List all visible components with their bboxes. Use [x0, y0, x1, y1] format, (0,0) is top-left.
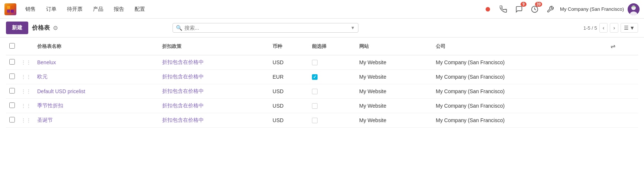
row-name[interactable]: Default USD pricelist	[34, 84, 159, 99]
drag-dots-icon: ⋮⋮	[21, 117, 31, 123]
nav-item-sales[interactable]: 销售	[21, 4, 40, 15]
settings-icon-btn[interactable]	[544, 3, 556, 15]
row-currency: USD	[270, 84, 309, 99]
row-checkbox[interactable]	[9, 102, 15, 108]
row-checkbox[interactable]	[9, 59, 15, 65]
svg-point-4	[486, 7, 490, 12]
row-currency: EUR	[270, 70, 309, 84]
view-toggle-arrow: ▼	[629, 25, 635, 31]
record-icon-btn[interactable]	[482, 3, 494, 15]
table-body: ⋮⋮Benelux折扣包含在价格中USDMy WebsiteMy Company…	[6, 55, 638, 128]
row-checkbox-cell[interactable]	[6, 70, 18, 84]
row-selectable[interactable]	[309, 84, 356, 99]
row-checkbox[interactable]	[9, 117, 15, 122]
row-checkbox[interactable]	[9, 74, 15, 79]
row-company: My Company (San Francisco)	[433, 55, 606, 70]
search-dropdown-icon[interactable]: ▼	[351, 25, 355, 30]
user-avatar[interactable]	[628, 3, 640, 15]
selectable-empty-box[interactable]	[312, 118, 318, 123]
row-company: My Company (San Francisco)	[433, 84, 606, 99]
discount-policy-link[interactable]: 折扣包含在价格中	[162, 74, 204, 79]
table-row: ⋮⋮欧元折扣包含在价格中EURMy WebsiteMy Company (San…	[6, 70, 638, 84]
row-selectable[interactable]	[309, 55, 356, 70]
svg-rect-3	[11, 10, 14, 13]
header-website: 网站	[356, 37, 433, 55]
discount-policy-link[interactable]: 折扣包含在价格中	[162, 59, 204, 65]
logo[interactable]	[4, 3, 18, 15]
table-header-row: 价格表名称 折扣政策 币种 能选择 网站 公司 ⇌	[6, 37, 638, 55]
nav-item-products[interactable]: 产品	[88, 4, 108, 15]
search-input[interactable]	[184, 25, 351, 31]
selectable-empty-box[interactable]	[312, 89, 318, 94]
drag-dots-icon: ⋮⋮	[21, 74, 31, 80]
view-toggle-button[interactable]: ☰ ▼	[621, 23, 638, 33]
row-name[interactable]: Benelux	[34, 55, 159, 70]
settings-gear-icon[interactable]: ⚙	[53, 24, 58, 32]
nav-item-config[interactable]: 配置	[130, 4, 149, 15]
row-discount: 折扣包含在价格中	[159, 55, 270, 70]
header-col-adjust[interactable]: ⇌	[606, 37, 638, 55]
discount-policy-link[interactable]: 折扣包含在价格中	[162, 102, 204, 108]
header-select-all[interactable]	[6, 37, 18, 55]
row-selectable[interactable]	[309, 113, 356, 128]
header-name: 价格表名称	[34, 37, 159, 55]
pricelist-name-link[interactable]: Default USD pricelist	[37, 88, 85, 94]
row-checkbox-cell[interactable]	[6, 99, 18, 113]
activity-icon-btn[interactable]: 39	[529, 3, 541, 15]
selectable-empty-box[interactable]	[312, 60, 318, 65]
row-drag-handle[interactable]: ⋮⋮	[18, 113, 34, 128]
discount-policy-link[interactable]: 折扣包含在价格中	[162, 117, 204, 123]
pagination-text: 1-5 / 5	[583, 25, 597, 31]
row-checkbox-cell[interactable]	[6, 84, 18, 99]
table-row: ⋮⋮Benelux折扣包含在价格中USDMy WebsiteMy Company…	[6, 55, 638, 70]
nav-item-orders[interactable]: 订单	[42, 4, 61, 15]
row-checkbox-cell[interactable]	[6, 55, 18, 70]
page-title: 价格表	[32, 24, 50, 32]
row-drag-handle[interactable]: ⋮⋮	[18, 70, 34, 84]
phone-icon-btn[interactable]	[498, 3, 509, 15]
row-website: My Website	[356, 70, 433, 84]
svg-rect-2	[7, 10, 10, 13]
row-company: My Company (San Francisco)	[433, 113, 606, 128]
drag-dots-icon: ⋮⋮	[21, 59, 31, 65]
header-drag	[18, 37, 34, 55]
pagination-next-button[interactable]: ›	[610, 23, 618, 33]
row-discount: 折扣包含在价格中	[159, 70, 270, 84]
svg-rect-1	[11, 6, 14, 9]
row-drag-handle[interactable]: ⋮⋮	[18, 99, 34, 113]
pricelist-name-link[interactable]: Benelux	[37, 59, 56, 65]
pricelist-name-link[interactable]: 季节性折扣	[37, 102, 63, 108]
row-selectable[interactable]	[309, 70, 356, 84]
pricelist-name-link[interactable]: 圣诞节	[37, 117, 53, 123]
row-checkbox-cell[interactable]	[6, 113, 18, 128]
select-all-checkbox[interactable]	[9, 43, 15, 49]
column-adjust-button[interactable]: ⇌	[609, 41, 617, 51]
row-discount: 折扣包含在价格中	[159, 99, 270, 113]
chat-icon-btn[interactable]: 9	[513, 3, 525, 15]
nav-item-reports[interactable]: 报告	[109, 4, 129, 15]
pricelist-name-link[interactable]: 欧元	[37, 74, 48, 79]
new-button[interactable]: 新建	[6, 22, 28, 34]
selectable-empty-box[interactable]	[312, 103, 318, 109]
row-discount: 折扣包含在价格中	[159, 113, 270, 128]
row-name[interactable]: 季节性折扣	[34, 99, 159, 113]
nav-item-invoicing[interactable]: 待开票	[62, 4, 87, 15]
selectable-checked-box[interactable]	[312, 74, 318, 80]
row-currency: USD	[270, 55, 309, 70]
row-name[interactable]: 圣诞节	[34, 113, 159, 128]
search-icon: 🔍	[176, 25, 182, 31]
row-drag-handle[interactable]: ⋮⋮	[18, 84, 34, 99]
row-drag-handle[interactable]: ⋮⋮	[18, 55, 34, 70]
drag-dots-icon: ⋮⋮	[21, 88, 31, 94]
pagination-area: 1-5 / 5 ‹ › ☰ ▼	[583, 23, 638, 33]
chat-icon	[515, 6, 523, 13]
search-bar: 🔍 ▼	[173, 23, 358, 33]
row-company: My Company (San Francisco)	[433, 70, 606, 84]
row-name[interactable]: 欧元	[34, 70, 159, 84]
row-checkbox[interactable]	[9, 88, 15, 94]
header-discount: 折扣政策	[159, 37, 270, 55]
row-extra	[606, 99, 638, 113]
pagination-prev-button[interactable]: ‹	[599, 23, 608, 33]
row-selectable[interactable]	[309, 99, 356, 113]
discount-policy-link[interactable]: 折扣包含在价格中	[162, 88, 204, 94]
